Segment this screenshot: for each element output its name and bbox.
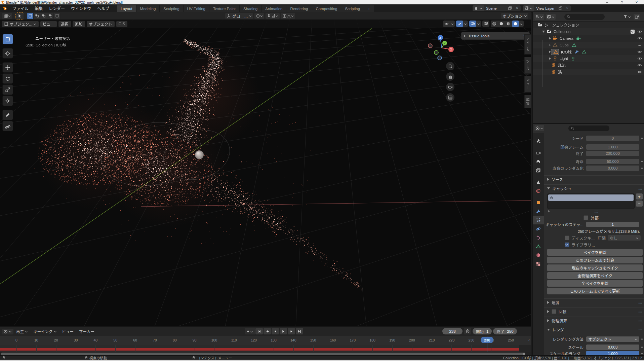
play-button[interactable] [280,328,287,334]
outliner-row-乱流[interactable]: 乱流 [533,62,644,69]
minimize-button[interactable]: ─ [600,0,614,4]
object-name[interactable]: Light [560,57,568,61]
outliner-search[interactable] [564,14,605,20]
tool-cursor[interactable] [3,48,13,58]
scale-field[interactable]: 0.003 [586,345,639,350]
sidebar-tab-編集[interactable]: 編集 [524,95,531,108]
cache-add-button[interactable]: + [636,193,643,200]
camera-view-button[interactable] [446,83,454,91]
collapse-icon[interactable] [542,31,545,33]
pivot-point-dropdown[interactable] [254,13,264,19]
properties-tab-texture[interactable] [533,259,544,268]
play-reverse-button[interactable] [272,328,279,334]
new-collection-button[interactable] [634,14,640,20]
viewport-menu-選択[interactable]: 選択 [58,21,71,27]
frame-start-field[interactable]: 1.000 [586,144,639,150]
transform-orientation-dropdown[interactable]: グロー... [225,13,253,19]
filter-dropdown[interactable] [622,14,632,20]
properties-search[interactable] [568,125,609,131]
outliner-row-ICO球[interactable]: ICO球 [533,48,644,55]
object-name[interactable]: Camera [560,36,573,40]
bake-button[interactable]: 全ベイクを削除 [547,280,643,287]
bake-button[interactable]: このフレームまで計算 [547,257,643,263]
menu-レンダー[interactable]: レンダー [46,4,68,12]
pan-button[interactable] [446,72,454,81]
workspace-tab-Shading[interactable]: Shading [240,5,261,12]
timeline-ruler[interactable]: 0102030405060708090100110120130140150160… [0,336,531,345]
interaction-mode-dropdown[interactable]: オブジェク... [2,21,39,27]
lifetime-random-field[interactable]: 0.000 [586,166,639,171]
object-name[interactable]: 乱流 [558,63,566,68]
workspace-tab-+[interactable]: + [364,5,374,12]
shading-solid[interactable] [498,21,505,27]
panel-source[interactable]: ソース [544,175,644,183]
properties-tab-render[interactable] [533,148,544,157]
outliner-row-Camera[interactable]: Camera [533,35,644,42]
ortho-toggle-button[interactable] [446,93,454,102]
menu-ウィンドウ[interactable]: ウィンドウ [68,4,94,12]
timeline-menu-マーカー[interactable]: マーカー [76,328,97,335]
gizmos-toggle[interactable] [456,21,468,27]
eye-open-icon[interactable] [637,29,642,34]
external-checkbox[interactable] [583,215,588,220]
current-frame-field[interactable]: 238 [442,328,462,334]
bake-button[interactable]: 全物理演算をベイク [547,272,643,279]
outliner-row-Light[interactable]: Light [533,55,644,62]
frame-start-field[interactable]: 開始1 [473,328,492,334]
properties-tab-output[interactable] [533,157,544,166]
viewport-menu-オブジェクト[interactable]: オブジェクト [87,21,115,27]
copy-icon[interactable] [558,6,563,10]
jump-to-end-button[interactable] [296,328,303,334]
auto-key-button[interactable] [245,328,255,334]
select-mode-extend[interactable] [34,13,40,19]
frame-end-field[interactable]: 200.000 [586,151,639,156]
tool-move[interactable] [3,63,13,72]
next-keyframe-button[interactable] [288,328,295,334]
eye-open-icon[interactable] [637,63,642,68]
bake-button[interactable]: このフレームまですべて更新 [547,288,643,294]
tool-select-box[interactable] [3,34,13,44]
bake-button[interactable]: 現在のキャッシュをベイク [547,264,643,271]
timeline-menu-再生[interactable]: 再生 [13,328,31,335]
viewport-menu-GIS[interactable]: GIS [116,21,128,27]
workspace-tab-Rendering[interactable]: Rendering [286,5,312,12]
timeline-menu-キーイング[interactable]: キーイング [31,328,59,335]
workspace-tab-Scripting[interactable]: Scripting [341,5,364,12]
object-name[interactable]: シーンコレクション [545,22,579,28]
animate-dot[interactable] [641,168,643,169]
eye-open-icon[interactable] [637,49,642,54]
properties-tab-material[interactable] [533,251,544,259]
collapse-arrow-icon[interactable]: ‹ [528,338,530,342]
scrollbar-thumb[interactable] [1,353,525,355]
scene-selector[interactable]: Scene ✕ [473,5,520,11]
properties-search-input[interactable] [576,126,601,131]
seed-field[interactable]: 0 [586,136,639,141]
workspace-tab-Texture Paint[interactable]: Texture Paint [209,5,240,12]
tool-transform[interactable] [3,96,13,106]
rotation-checkbox[interactable] [552,309,556,314]
bake-button[interactable]: ベイクを削除 [547,249,643,256]
animate-dot[interactable] [641,161,643,162]
options-dropdown[interactable]: オプション [501,13,528,19]
object-name[interactable]: Cube [560,43,569,47]
overlays-toggle[interactable] [469,21,481,27]
zoom-button[interactable] [446,62,454,70]
timeline-editor-type[interactable] [2,329,13,334]
sidebar-tab-ビュー[interactable]: ビュー [524,76,531,93]
compression-dropdown[interactable]: なし [608,235,641,241]
properties-editor-type[interactable] [534,125,544,131]
select-mode-subtract[interactable] [40,13,47,19]
cache-listbox[interactable] [547,193,635,209]
animate-dot[interactable] [641,338,643,340]
outliner-row-シーンコレクション[interactable]: シーンコレクション [533,22,644,28]
frame-end-field[interactable]: 終了250 [493,328,517,334]
active-tool-button[interactable] [16,13,24,19]
properties-tab-tool[interactable] [533,137,544,145]
outliner-row-Cube[interactable]: Cube [533,42,644,48]
properties-tab-physics[interactable] [533,224,544,233]
tool-measure[interactable] [3,121,13,131]
panel-rotation[interactable]: 回転 [544,308,644,315]
menu-ファイル[interactable]: ファイル [9,4,32,12]
maximize-button[interactable]: □ [614,0,629,4]
view-layer-selector[interactable]: View Layer ✕ [523,5,571,11]
